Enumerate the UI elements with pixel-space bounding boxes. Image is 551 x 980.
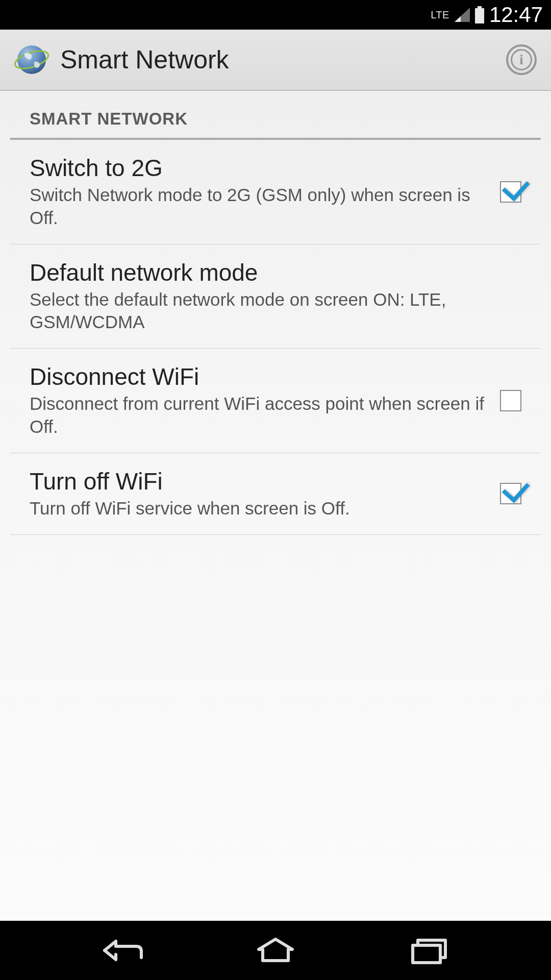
settings-content: SMART NETWORK Switch to 2G Switch Networ…: [0, 91, 551, 921]
svg-rect-2: [413, 945, 440, 963]
setting-title: Disconnect WiFi: [30, 363, 487, 390]
setting-disconnect-wifi[interactable]: Disconnect WiFi Disconnect from current …: [10, 349, 541, 453]
navigation-bar: [0, 921, 551, 980]
globe-network-icon: [14, 42, 49, 77]
setting-title: Switch to 2G: [30, 154, 487, 182]
checkbox-turn-off-wifi[interactable]: [500, 483, 521, 504]
svg-point-0: [17, 45, 46, 74]
app-bar: Smart Network i: [0, 30, 551, 91]
back-button[interactable]: [94, 935, 151, 966]
setting-turn-off-wifi[interactable]: Turn off WiFi Turn off WiFi service when…: [10, 453, 541, 535]
recent-apps-button[interactable]: [400, 935, 457, 966]
info-icon: i: [511, 49, 532, 70]
home-button[interactable]: [247, 935, 304, 966]
clock: 12:47: [489, 3, 543, 27]
status-icons: LTE: [431, 7, 484, 22]
battery-icon: [475, 8, 484, 23]
network-type-label: LTE: [431, 9, 449, 21]
signal-icon: [455, 8, 470, 22]
status-bar: LTE 12:47: [0, 0, 551, 30]
section-header: SMART NETWORK: [10, 98, 541, 140]
setting-subtitle: Disconnect from current WiFi access poin…: [30, 393, 487, 438]
setting-title: Default network mode: [30, 259, 508, 286]
setting-subtitle: Turn off WiFi service when screen is Off…: [30, 497, 487, 520]
setting-subtitle: Switch Network mode to 2G (GSM only) whe…: [30, 184, 487, 230]
setting-default-network-mode[interactable]: Default network mode Select the default …: [10, 244, 541, 349]
checkbox-switch-to-2g[interactable]: [500, 181, 521, 203]
setting-subtitle: Select the default network mode on scree…: [30, 288, 508, 334]
info-button[interactable]: i: [506, 44, 537, 75]
checkbox-disconnect-wifi[interactable]: [500, 390, 521, 411]
setting-title: Turn off WiFi: [30, 468, 487, 495]
app-title: Smart Network: [60, 45, 506, 75]
setting-switch-to-2g[interactable]: Switch to 2G Switch Network mode to 2G (…: [10, 140, 541, 244]
